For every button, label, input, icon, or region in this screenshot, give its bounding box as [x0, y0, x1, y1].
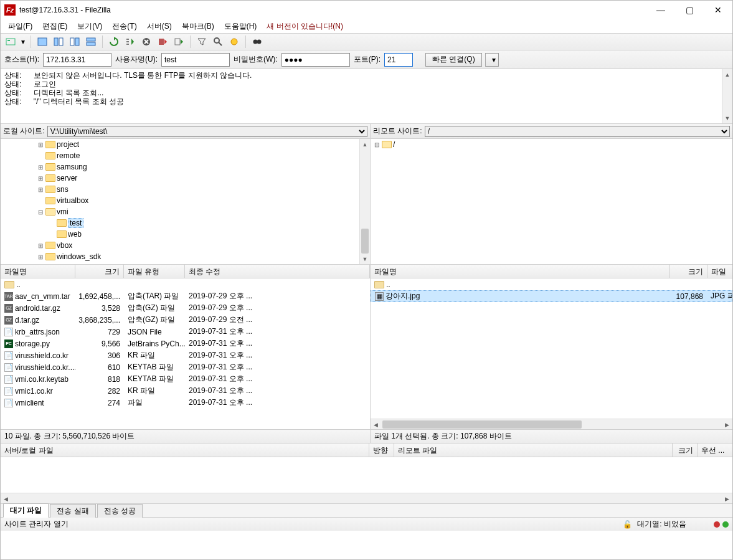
tree-item[interactable]: web: [1, 229, 370, 240]
menu-transfer[interactable]: 전송(T): [107, 20, 141, 33]
tree-item[interactable]: ⊞vbox: [1, 240, 370, 251]
tree-item[interactable]: ⊟vmi: [1, 206, 370, 217]
close-button[interactable]: ✕: [704, 1, 732, 19]
lock-icon: 🔓: [623, 520, 632, 529]
scroll-up-icon[interactable]: ▲: [722, 69, 732, 80]
dropdown-icon[interactable]: ▾: [19, 35, 27, 49]
cancel-icon[interactable]: [139, 35, 154, 49]
tree-expander-icon[interactable]: ⊞: [37, 141, 44, 148]
sitemanager-icon[interactable]: [3, 35, 18, 49]
file-row[interactable]: 📄krb_attrs.json729JSON File2019-07-31 오후…: [1, 326, 370, 338]
tab-success[interactable]: 전송 성공: [97, 504, 143, 518]
user-input[interactable]: [164, 55, 227, 64]
menu-file[interactable]: 파일(F): [3, 20, 37, 33]
toggle-queue-icon[interactable]: [83, 35, 98, 49]
tree-expander-icon[interactable]: ⊞: [37, 242, 44, 249]
queue-status: 대기열: 비었음: [637, 519, 686, 529]
local-path-input[interactable]: V:\Utility\vmi\test\: [47, 126, 367, 137]
col-type-r[interactable]: 파일: [707, 265, 732, 278]
local-tree[interactable]: ⊞projectremote⊞samsung⊞server⊞snsvirtual…: [1, 139, 370, 265]
tree-expander-icon[interactable]: ⊞: [37, 175, 44, 182]
log-scrollbar[interactable]: ▲ ▼: [722, 69, 732, 123]
tree-label: web: [68, 230, 82, 239]
col-modified[interactable]: 최종 수정: [185, 265, 370, 278]
file-row[interactable]: ▦강아지.jpg107,868JPG 피: [371, 290, 732, 302]
tree-item[interactable]: ⊟/: [371, 139, 732, 150]
pass-input[interactable]: [285, 55, 347, 64]
file-row[interactable]: 📄virusshield.co.kr306KR 파일2019-07-31 오후 …: [1, 349, 370, 361]
col-name-r[interactable]: 파일명: [371, 265, 670, 278]
xf-col-server[interactable]: 서버/로컬 파일: [1, 444, 369, 457]
file-row[interactable]: 📄vmi.co.kr.keytab818KEYTAB 파일2019-07-31 …: [1, 373, 370, 385]
file-row[interactable]: ..: [1, 278, 370, 290]
tree-expander-icon[interactable]: ⊞: [37, 186, 44, 193]
tree-expander-icon[interactable]: ⊞: [37, 254, 44, 260]
refresh-icon[interactable]: [106, 35, 121, 49]
tree-item[interactable]: ⊞samsung: [1, 161, 370, 173]
file-size: 9,566: [75, 339, 124, 348]
tree-expander-icon[interactable]: ⊟: [373, 141, 381, 148]
tree-item[interactable]: virtualbox: [1, 195, 370, 206]
maximize-button[interactable]: ▢: [675, 1, 704, 19]
tree-item[interactable]: ⊞sns: [1, 184, 370, 195]
file-row[interactable]: TARaav_cn_vmm.tar1,692,458,...압축(TAR) 파일…: [1, 290, 370, 302]
toggle-log-icon[interactable]: [35, 35, 50, 49]
file-row[interactable]: 📄virusshield.co.kr....610KEYTAB 파일2019-0…: [1, 361, 370, 373]
menu-server[interactable]: 서버(S): [142, 20, 177, 33]
local-tree-scrollbar[interactable]: ▲ ▼: [359, 139, 370, 264]
remote-filelist[interactable]: 파일명 크기 파일 ..▦강아지.jpg107,868JPG 피 ◀ ▶: [371, 265, 732, 429]
disconnect-icon[interactable]: [155, 35, 170, 49]
binoculars-icon[interactable]: [250, 35, 265, 49]
compare-icon[interactable]: [227, 35, 242, 49]
search-icon[interactable]: [210, 35, 225, 49]
host-label: 호스트(H):: [4, 54, 39, 65]
xf-col-dir[interactable]: 방향: [369, 444, 394, 457]
tree-item[interactable]: ⊞server: [1, 173, 370, 184]
file-row[interactable]: ..: [371, 278, 732, 290]
tab-queue[interactable]: 대기 파일: [3, 503, 49, 518]
col-name[interactable]: 파일명: [1, 265, 75, 278]
tree-item[interactable]: test: [1, 217, 370, 229]
port-input[interactable]: [387, 55, 410, 64]
filter-icon[interactable]: [194, 35, 209, 49]
xf-col-remote[interactable]: 리모트 파일: [394, 444, 673, 457]
file-row[interactable]: PCstorage.py9,566JetBrains PyCh...2019-0…: [1, 338, 370, 349]
tree-expander-icon[interactable]: ⊟: [37, 209, 44, 216]
menu-newversion[interactable]: 새 버전이 있습니다!(N): [262, 20, 348, 33]
file-row[interactable]: GZd.tar.gz3,868,235,...압축(GZ) 파일2019-07-…: [1, 314, 370, 326]
tab-failed[interactable]: 전송 실패: [50, 504, 95, 518]
scroll-down-icon[interactable]: ▼: [722, 113, 732, 123]
tree-item[interactable]: ⊞windows_sdk: [1, 251, 370, 262]
toggle-local-tree-icon[interactable]: [51, 35, 66, 49]
tree-expander-icon[interactable]: ⊞: [37, 164, 44, 171]
remote-hscrollbar[interactable]: ◀ ▶: [371, 419, 732, 429]
local-filelist[interactable]: 파일명 크기 파일 유형 최종 수정 ..TARaav_cn_vmm.tar1,…: [1, 265, 370, 429]
col-size-r[interactable]: 크기: [670, 265, 707, 278]
reconnect-icon[interactable]: [171, 35, 186, 49]
menu-bookmarks[interactable]: 북마크(B): [177, 20, 219, 33]
tree-item[interactable]: ⊞project: [1, 139, 370, 150]
quickconnect-button[interactable]: 빠른 연결(Q): [425, 53, 482, 67]
file-row[interactable]: 📄vmiclient274파일2019-07-31 오후 ...: [1, 397, 370, 409]
file-row[interactable]: 📄vmic1.co.kr282KR 파일2019-07-31 오후 ...: [1, 385, 370, 397]
remote-tree[interactable]: ⊟/: [371, 139, 732, 265]
menu-help[interactable]: 도움말(H): [219, 20, 262, 33]
col-type[interactable]: 파일 유형: [124, 265, 185, 278]
remote-path-input[interactable]: /: [425, 126, 730, 137]
xf-col-size[interactable]: 크기: [673, 444, 698, 457]
menu-view[interactable]: 보기(V): [72, 20, 107, 33]
toggle-remote-tree-icon[interactable]: [67, 35, 82, 49]
col-size[interactable]: 크기: [75, 265, 124, 278]
xf-col-priority[interactable]: 우선 ...: [698, 444, 732, 457]
menu-edit[interactable]: 편집(E): [37, 20, 72, 33]
tree-item[interactable]: remote: [1, 150, 370, 161]
file-row[interactable]: GZandroid.tar.gz3,528압축(GZ) 파일2019-07-29…: [1, 302, 370, 314]
host-input[interactable]: [46, 55, 108, 64]
minimize-button[interactable]: —: [646, 1, 675, 19]
process-queue-icon[interactable]: [123, 35, 138, 49]
quickconnect-dropdown[interactable]: ▾: [485, 53, 499, 67]
folder-icon: [45, 141, 55, 148]
transfer-queue[interactable]: 서버/로컬 파일 방향 리모트 파일 크기 우선 ... ◀ ▶: [1, 443, 732, 503]
queue-hscrollbar[interactable]: ◀ ▶: [1, 493, 732, 503]
message-log[interactable]: 상태: 보안되지 않은 서버입니다. TLS를 통한 FTP를 지원하지 않습니…: [1, 69, 732, 124]
